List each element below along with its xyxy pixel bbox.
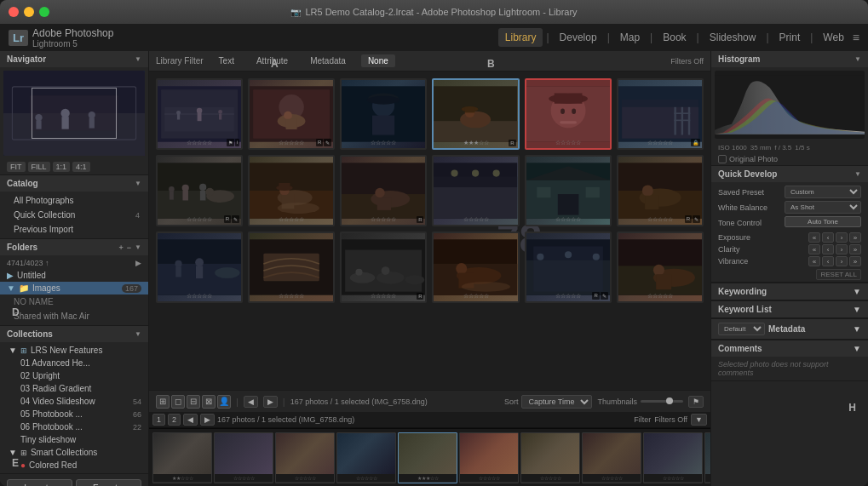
folders-add-icon[interactable]: +: [119, 243, 124, 252]
compare-view-btn[interactable]: ⊟: [187, 395, 200, 409]
collection-06[interactable]: 06 Photobook ... 22: [0, 420, 148, 433]
filter-tab-metadata[interactable]: Metadata: [303, 54, 353, 67]
photo-cell-8[interactable]: ☆☆☆☆☆: [248, 155, 335, 226]
folder-item-untitled[interactable]: ▶ Untitled: [0, 269, 148, 282]
catalog-quick-collection[interactable]: Quick Collection 4: [0, 208, 148, 222]
navigator-header[interactable]: Navigator ▼: [0, 51, 148, 67]
film-thumb-9[interactable]: ☆☆☆☆☆: [643, 432, 703, 483]
grid-view-btn[interactable]: ⊞: [156, 395, 170, 409]
import-button[interactable]: Import...: [7, 479, 72, 486]
comments-header[interactable]: Comments ▼: [711, 340, 868, 357]
film-thumb-7[interactable]: ☆☆☆☆☆: [520, 432, 580, 483]
metadata-header[interactable]: Default Metadata ▼: [711, 318, 868, 339]
collection-colored-red[interactable]: ● Colored Red: [0, 459, 148, 472]
collection-04[interactable]: 04 Video Slideshow 54: [0, 395, 148, 408]
film-prev-btn[interactable]: ◀: [183, 414, 198, 426]
catalog-all-photos[interactable]: All Photographs: [0, 193, 148, 208]
film-nav-2[interactable]: 2: [168, 414, 181, 426]
histogram-header[interactable]: Histogram ▼: [711, 51, 868, 67]
collection-05[interactable]: 05 Photobook ... 66: [0, 408, 148, 420]
exposure-down[interactable]: ‹: [822, 232, 834, 243]
folder-no-name[interactable]: NO NAME: [0, 294, 148, 309]
auto-tone-btn[interactable]: Auto Tone: [785, 216, 861, 227]
collection-02[interactable]: 02 Upright: [0, 369, 148, 382]
exposure-up-up[interactable]: »: [849, 232, 861, 243]
photo-cell-2[interactable]: ☆☆☆☆☆ R ✎: [248, 78, 335, 150]
exposure-up[interactable]: ›: [836, 232, 848, 243]
minimize-button[interactable]: [24, 7, 34, 17]
film-thumb-1[interactable]: ★★☆☆☆: [152, 432, 212, 483]
clarity-up-up[interactable]: »: [849, 244, 861, 254]
photo-cell-5[interactable]: ☆☆☆☆☆: [525, 78, 612, 150]
photo-cell-7[interactable]: ☆☆☆☆☆ R ✎: [156, 155, 243, 226]
photo-cell-3[interactable]: ☆☆☆☆☆: [340, 78, 427, 150]
folders-header[interactable]: Folders + − ▼: [0, 239, 148, 255]
photo-cell-9[interactable]: ☆☆☆☆☆ R: [340, 155, 427, 226]
nav-module-develop[interactable]: Develop: [553, 28, 604, 47]
catalog-previous-import[interactable]: Previous Import: [0, 222, 148, 237]
nav-module-slideshow[interactable]: Slideshow: [703, 28, 763, 47]
film-nav-1[interactable]: 1: [152, 414, 165, 426]
photo-cell-1[interactable]: ☆☆☆☆☆ ⚑ i: [156, 78, 243, 150]
folder-item-images[interactable]: ▼ 📁 Images 167: [0, 282, 148, 294]
people-view-btn[interactable]: 👤: [217, 395, 231, 409]
film-thumb-4[interactable]: ☆☆☆☆☆: [336, 432, 396, 483]
catalog-header[interactable]: Catalog ▼: [0, 175, 148, 192]
keyword-list-header[interactable]: Keyword List ▼: [711, 300, 868, 317]
photo-cell-16[interactable]: ☆☆☆☆☆: [432, 232, 519, 303]
survey-view-btn[interactable]: ⊠: [202, 395, 216, 409]
film-next-btn[interactable]: ▶: [200, 414, 215, 426]
fullscreen-button[interactable]: [39, 7, 49, 17]
vibrance-down[interactable]: ‹: [822, 256, 834, 266]
photo-cell-14[interactable]: ☆☆☆☆☆: [248, 232, 335, 303]
film-thumb-5[interactable]: ★★★☆☆: [398, 432, 457, 483]
export-button[interactable]: Export...: [76, 479, 141, 486]
nav-module-library[interactable]: Library: [498, 28, 543, 47]
nav-menu-icon[interactable]: ≡: [853, 31, 859, 44]
photo-cell-15[interactable]: ☆☆☆☆☆ R: [340, 232, 427, 303]
clarity-down-down[interactable]: «: [808, 244, 820, 254]
filmstrip-filter-btn[interactable]: ▼: [691, 414, 707, 426]
keywording-header[interactable]: Keywording ▼: [711, 283, 868, 300]
collection-lrs[interactable]: ▼ ⊞ LRS New Features: [0, 344, 148, 357]
loupe-view-btn[interactable]: ◻: [171, 395, 185, 409]
film-thumb-10[interactable]: ☆☆☆☆☆: [704, 432, 710, 483]
folders-minus-icon[interactable]: −: [127, 243, 131, 252]
reset-all-btn[interactable]: RESET ALL: [816, 269, 861, 280]
collection-tiny[interactable]: Tiny slideshow: [0, 433, 148, 446]
collections-header[interactable]: Collections ▼: [0, 326, 148, 342]
metadata-default-select[interactable]: Default: [718, 323, 765, 335]
nav-module-web[interactable]: Web: [816, 28, 850, 47]
collection-01[interactable]: 01 Advanced He...: [0, 357, 148, 369]
photo-cell-4[interactable]: ★★★☆☆ R: [432, 78, 519, 150]
photo-cell-11[interactable]: ☆☆☆☆☆: [525, 155, 612, 226]
collection-03[interactable]: 03 Radial Gradient: [0, 382, 148, 395]
filter-tab-attribute[interactable]: Attribute: [250, 54, 295, 67]
quick-develop-header[interactable]: Quick Develop ▼: [711, 166, 868, 182]
film-thumb-2[interactable]: ☆☆☆☆☆: [214, 432, 273, 483]
filter-tab-none[interactable]: None: [361, 54, 395, 67]
photo-cell-6[interactable]: ☆☆☆☆☆ 🔒: [617, 78, 704, 150]
photo-cell-17[interactable]: ☆☆☆☆☆ R ✎: [525, 232, 612, 303]
photo-cell-13[interactable]: ☆☆☆☆☆: [156, 232, 243, 303]
wb-select[interactable]: As Shot: [785, 201, 861, 214]
nav-module-print[interactable]: Print: [773, 28, 808, 47]
nav-1to1-btn[interactable]: 1:1: [53, 162, 71, 172]
vibrance-up[interactable]: ›: [836, 256, 848, 266]
thumbnails-slider[interactable]: [641, 400, 683, 403]
exposure-down-down[interactable]: «: [808, 232, 820, 243]
film-thumb-6[interactable]: ☆☆☆☆☆: [459, 432, 519, 483]
photo-cell-18[interactable]: ☆☆☆☆☆: [617, 232, 704, 303]
vibrance-up-up[interactable]: »: [849, 256, 861, 266]
clarity-up[interactable]: ›: [836, 244, 848, 254]
smart-collections[interactable]: ▼ ⊞ Smart Collections: [0, 446, 148, 459]
filter-tab-text[interactable]: Text: [212, 54, 241, 67]
folder-shared[interactable]: Shared with Mac Air: [0, 309, 148, 323]
thumbnail-slider-thumb[interactable]: [666, 397, 673, 404]
close-button[interactable]: [9, 7, 19, 17]
saved-preset-select[interactable]: Custom: [785, 186, 861, 198]
clarity-down[interactable]: ‹: [822, 244, 834, 254]
nav-module-map[interactable]: Map: [613, 28, 647, 47]
nav-module-book[interactable]: Book: [656, 28, 693, 47]
next-btn[interactable]: ▶: [263, 396, 278, 408]
